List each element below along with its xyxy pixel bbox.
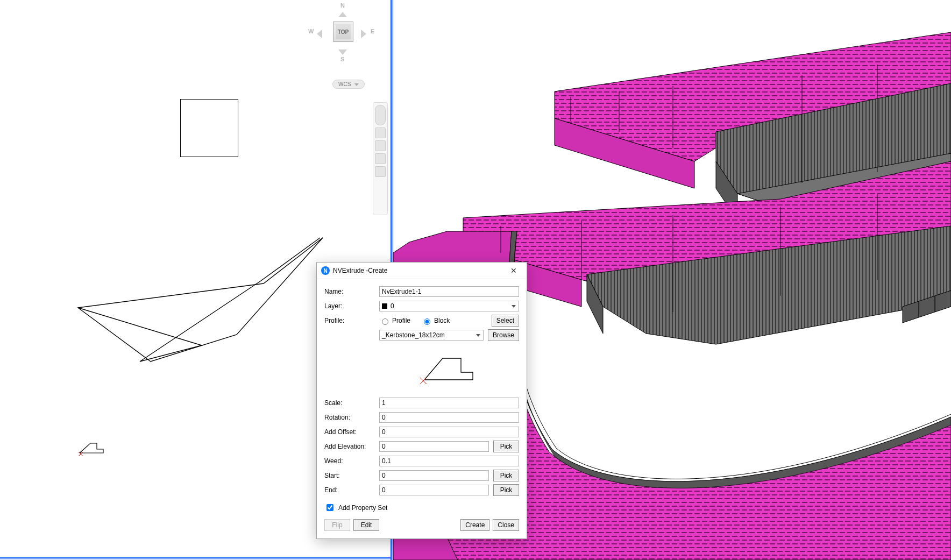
weed-input[interactable] (379, 456, 519, 466)
steering-wheel-icon[interactable] (375, 105, 386, 125)
profile-preview (375, 345, 519, 394)
profile-radio-block[interactable]: Block (421, 317, 450, 325)
label-add-offset: Add Offset: (324, 428, 375, 436)
viewcube-west[interactable]: W (308, 28, 314, 34)
chevron-up-icon[interactable] (338, 12, 347, 17)
pan-icon[interactable] (375, 127, 386, 138)
viewport-divider-bottom[interactable] (0, 557, 391, 560)
profile-radio-profile[interactable]: Profile (379, 317, 410, 325)
flip-button[interactable]: Flip (324, 519, 350, 531)
pick-elevation-button[interactable]: Pick (493, 441, 519, 452)
viewcube-face-label: TOP (338, 29, 349, 35)
layer-value: 0 (391, 302, 394, 310)
chevron-down-icon[interactable] (338, 49, 347, 55)
start-input[interactable] (379, 470, 489, 481)
profile-radio-block-input[interactable] (424, 318, 430, 325)
block-name-dropdown[interactable]: _Kerbstone_18x12cm (379, 330, 484, 341)
viewcube-south[interactable]: S (340, 56, 345, 62)
orbit-icon[interactable] (375, 153, 386, 164)
viewcube-north[interactable]: N (340, 2, 345, 9)
name-input[interactable] (379, 286, 519, 297)
wcs-dropdown[interactable]: WCS (332, 80, 365, 89)
label-start: Start: (324, 472, 375, 479)
add-property-set-checkbox[interactable] (327, 504, 333, 511)
select-button[interactable]: Select (492, 315, 519, 327)
pick-end-button[interactable]: Pick (493, 484, 519, 496)
rotation-input[interactable] (379, 412, 519, 423)
svg-marker-1 (78, 238, 323, 361)
viewcube-east[interactable]: E (371, 28, 375, 34)
label-name: Name: (324, 288, 375, 295)
label-add-elevation: Add Elevation: (324, 443, 375, 450)
layer-swatch-icon (382, 303, 387, 309)
label-scale: Scale: (324, 399, 375, 407)
drawing-viewport[interactable]: N S W E TOP WCS (0, 0, 951, 560)
block-name-value: _Kerbstone_18x12cm (382, 331, 445, 339)
profile-radio-profile-input[interactable] (382, 318, 388, 325)
zoom-icon[interactable] (375, 140, 386, 151)
dialog-titlebar[interactable]: N NVExtrude -Create ✕ (317, 263, 527, 279)
pick-start-button[interactable]: Pick (493, 470, 519, 481)
edit-button[interactable]: Edit (353, 519, 379, 531)
view-cube[interactable]: N S W E TOP (307, 0, 377, 59)
end-input[interactable] (379, 485, 489, 495)
chevron-left-icon[interactable] (317, 30, 322, 38)
label-end: End: (324, 486, 375, 494)
label-profile: Profile: (324, 317, 375, 324)
viewcube-face-top[interactable]: TOP (333, 22, 353, 42)
nvextrude-dialog: N NVExtrude -Create ✕ Name: Layer: 0 Pro… (316, 262, 527, 539)
label-weed: Weed: (324, 457, 375, 465)
wcs-label: WCS (338, 81, 351, 87)
create-button[interactable]: Create (460, 519, 489, 531)
app-icon: N (321, 266, 330, 275)
showhide-icon[interactable] (375, 166, 386, 177)
add-offset-input[interactable] (379, 427, 519, 437)
label-rotation: Rotation: (324, 414, 375, 421)
layer-dropdown[interactable]: 0 (379, 301, 519, 311)
sketch-profile-small[interactable] (79, 441, 105, 459)
browse-button[interactable]: Browse (488, 329, 519, 341)
scale-input[interactable] (379, 398, 519, 408)
navigation-bar[interactable] (373, 102, 388, 215)
label-layer: Layer: (324, 302, 375, 310)
close-button[interactable]: Close (493, 519, 519, 531)
add-elevation-input[interactable] (379, 441, 489, 452)
dialog-title: NVExtrude -Create (333, 267, 505, 274)
label-add-property-set: Add Property Set (338, 504, 387, 512)
sketch-rectangle[interactable] (180, 99, 238, 157)
close-icon[interactable]: ✕ (505, 265, 522, 277)
chevron-right-icon[interactable] (361, 30, 366, 38)
sketch-polygon[interactable] (75, 235, 333, 375)
